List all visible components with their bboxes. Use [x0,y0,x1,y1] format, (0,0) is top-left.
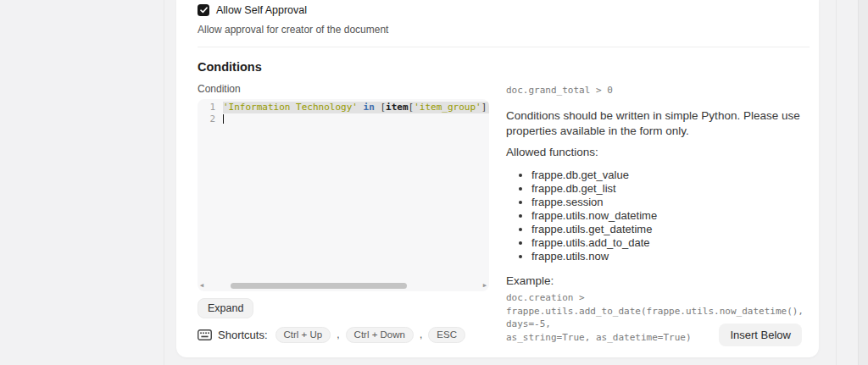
allowed-function-item: frappe.utils.now [531,250,810,263]
code-lines: 1'Information Technology' in [item['item… [198,102,489,124]
expand-button[interactable]: Expand [198,298,253,318]
checkmark-icon [200,7,208,14]
condition-code-editor[interactable]: 1'Information Technology' in [item['item… [198,99,489,291]
shortcut-separator: , [337,329,339,340]
line-content [223,113,489,125]
allowed-function-item: frappe.db.get_list [531,182,810,196]
background-column-divider-right [836,0,837,365]
condition-editor-column: Condition 1'Information Technology' in [… [198,83,489,344]
shortcuts-hint: Shortcuts: Ctrl + Up,Ctrl + Down,ESC [198,327,465,343]
allowed-function-item: frappe.utils.get_datetime [531,223,810,236]
shortcut-pills: Ctrl + Up,Ctrl + Down,ESC [275,327,465,343]
scroll-left-arrow-icon[interactable]: ◀ [200,282,203,290]
allow-self-approval-label: Allow Self Approval [216,4,307,16]
code-line[interactable]: 2 [198,113,489,125]
allow-self-approval-checkbox[interactable] [198,4,209,16]
condition-help-column: doc.grand_total > 0 Conditions should be… [506,83,810,344]
text-cursor [223,114,224,124]
allowed-functions-list: frappe.db.get_valuefrappe.db.get_listfra… [506,169,810,263]
section-divider [198,47,810,47]
condition-help-text: Conditions should be written in simple P… [506,108,810,138]
keyboard-icon [198,329,212,340]
shortcut-pill[interactable]: Ctrl + Up [275,327,331,343]
allowed-function-item: frappe.db.get_value [531,169,810,182]
insert-below-button[interactable]: Insert Below [719,324,802,346]
line-content: 'Information Technology' in [item['item_… [223,102,489,113]
shortcut-separator: , [420,329,422,340]
panel-footer: Shortcuts: Ctrl + Up,Ctrl + Down,ESC Ins… [176,320,819,357]
scroll-right-arrow-icon[interactable]: ▶ [483,282,487,290]
shortcut-pill[interactable]: ESC [428,327,465,343]
example-label: Example: [506,274,810,287]
conditions-content: Condition 1'Information Technology' in [… [198,83,810,344]
editor-horizontal-scrollbar[interactable]: ◀ ▶ [200,282,487,290]
page-scrollbar-track[interactable] [858,0,868,365]
conditions-section-title: Conditions [198,60,798,74]
workflow-transition-panel: Allow Self Approval Allow approval for c… [176,0,819,357]
line-number: 1 [198,102,223,113]
shortcuts-label: Shortcuts: [218,329,268,341]
editor-scroll-thumb[interactable] [231,283,407,289]
condition-field-label: Condition [198,83,489,95]
shortcut-pill[interactable]: Ctrl + Down [346,327,414,343]
code-line[interactable]: 1'Information Technology' in [item['item… [198,102,489,113]
sample-condition-code: doc.grand_total > 0 [506,85,810,96]
allow-self-approval-row[interactable]: Allow Self Approval [198,4,798,16]
line-number: 2 [198,113,223,125]
allowed-function-item: frappe.utils.now_datetime [531,209,810,223]
allowed-functions-label: Allowed functions: [506,146,810,158]
allowed-function-item: frappe.session [531,196,810,209]
allow-self-approval-description: Allow approval for creator of the docume… [198,24,798,36]
allowed-function-item: frappe.utils.add_to_date [531,236,810,250]
background-column-divider-left [164,0,164,365]
editor-scroll-track[interactable] [205,283,481,289]
